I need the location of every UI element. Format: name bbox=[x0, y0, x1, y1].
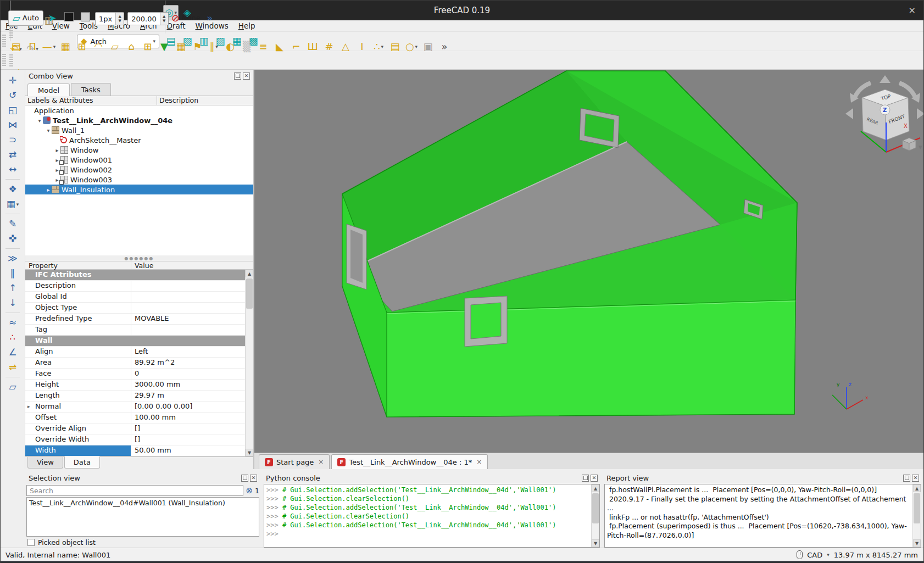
tree-item-window[interactable]: ▸Window bbox=[25, 145, 253, 155]
draft-split-button[interactable]: ∥ bbox=[5, 266, 20, 281]
python-console[interactable]: >>> # Gui.Selection.addSelection('Test__… bbox=[264, 484, 600, 548]
arch-pipe-button[interactable]: ○▾ bbox=[404, 39, 419, 54]
property-value[interactable]: 100.00 mm bbox=[131, 413, 245, 423]
property-row-description[interactable]: Description bbox=[25, 281, 245, 292]
working-plane-auto-button[interactable]: ▱Auto bbox=[8, 10, 43, 26]
arch-add-component-button[interactable]: ▼ bbox=[157, 39, 172, 54]
property-row-width[interactable]: Width50.00 mm bbox=[25, 445, 245, 456]
clear-search-icon[interactable]: ⊗ bbox=[246, 486, 253, 495]
property-value[interactable]: 89.92 m^2 bbox=[131, 358, 245, 368]
panel-float-icon[interactable] bbox=[582, 475, 589, 482]
arch-axis-system-button[interactable]: ◐ bbox=[222, 39, 238, 54]
draft-trimex-button[interactable]: ⇄ bbox=[5, 147, 20, 162]
window-front-wall[interactable] bbox=[465, 296, 507, 347]
tree-item-wall-1[interactable]: ▾Wall_1 bbox=[25, 125, 253, 135]
property-value[interactable]: [] bbox=[131, 423, 245, 434]
arch-axis-button[interactable]: ∥▾ bbox=[206, 39, 221, 54]
tree-item-wall-insulation[interactable]: ▸Wall_Insulation bbox=[25, 185, 253, 194]
arch-curtain-wall-button[interactable]: ▦ bbox=[58, 39, 73, 54]
arch-structure-button[interactable]: Π bbox=[25, 39, 40, 54]
property-row-length[interactable]: Length29.97 m bbox=[25, 391, 245, 402]
arch-window-button[interactable]: ⊞ bbox=[74, 39, 90, 54]
document-tab-1[interactable]: FTest__Link__ArchWindow__04e : 1*× bbox=[331, 454, 488, 469]
draft-join-button[interactable]: ≫ bbox=[5, 251, 20, 266]
report-view[interactable]: fp.hostWallPl.Placement is ... Placement… bbox=[604, 484, 921, 548]
window-left-wall[interactable] bbox=[347, 224, 366, 289]
panel-float-icon[interactable] bbox=[903, 475, 910, 482]
scrollbar-thumb[interactable] bbox=[592, 493, 599, 523]
property-value[interactable] bbox=[131, 281, 245, 291]
property-row-override-width[interactable]: Override Width[] bbox=[25, 434, 245, 445]
draft-clone-button[interactable]: ❖ bbox=[5, 182, 20, 197]
arch-rebar-button[interactable]: —▾ bbox=[41, 39, 57, 54]
tab-data-properties[interactable]: Data bbox=[64, 456, 100, 469]
tree-item-window003[interactable]: ▸Window003 bbox=[25, 175, 253, 185]
arch-window-tools-button[interactable]: ⊞ bbox=[140, 39, 155, 54]
property-row-object-type[interactable]: Object Type bbox=[25, 303, 245, 314]
tree-item-application[interactable]: Application bbox=[25, 105, 253, 115]
property-row-global-id[interactable]: Global Id bbox=[25, 292, 245, 303]
property-value[interactable]: 29.97 m bbox=[131, 391, 245, 401]
property-value[interactable]: 50.00 mm bbox=[131, 445, 245, 456]
tree-expander-icon[interactable]: ▾ bbox=[45, 127, 52, 133]
scroll-up-icon[interactable]: ▲ bbox=[592, 484, 599, 492]
property-row-override-align[interactable]: Override Align[] bbox=[25, 423, 245, 434]
arch-material-button[interactable]: ∴▾ bbox=[371, 39, 386, 54]
toolbar-drag-handle[interactable] bbox=[2, 35, 6, 48]
property-row-align[interactable]: AlignLeft bbox=[25, 347, 245, 358]
arch-roof-button[interactable]: ◣ bbox=[272, 39, 287, 54]
scroll-up-icon[interactable]: ▲ bbox=[246, 270, 253, 277]
property-value[interactable]: [] bbox=[131, 434, 245, 445]
tab-tasks[interactable]: Tasks bbox=[71, 83, 111, 96]
property-value[interactable]: [0.00 0.00 0.00] bbox=[131, 402, 245, 412]
draft-offset-button[interactable]: ⊃ bbox=[5, 132, 20, 147]
property-row-area[interactable]: Area89.92 m^2 bbox=[25, 358, 245, 369]
tree-expander-icon[interactable]: ▸ bbox=[45, 187, 52, 193]
property-value[interactable]: 3000.00 mm bbox=[131, 380, 245, 390]
picked-object-list-checkbox[interactable] bbox=[27, 539, 35, 546]
property-row-wall[interactable]: Wall bbox=[25, 336, 245, 347]
tab-view-properties[interactable]: View bbox=[27, 457, 63, 469]
face-color-button[interactable] bbox=[77, 9, 93, 24]
draft-downgrade-button[interactable]: ↓ bbox=[5, 296, 20, 310]
chevron-down-icon[interactable]: ▾ bbox=[827, 552, 830, 558]
property-value[interactable] bbox=[131, 303, 245, 313]
arch-truss-button[interactable]: △ bbox=[338, 39, 353, 54]
arch-tag-button[interactable]: ⚑ bbox=[190, 39, 205, 54]
property-row-offset[interactable]: Offset100.00 mm bbox=[25, 413, 245, 423]
draft-edit-button[interactable]: ✎ bbox=[5, 216, 20, 231]
draft-rotate-button[interactable]: ↺ bbox=[5, 88, 20, 103]
selection-list-item[interactable]: Test__Link__ArchWindow__04d#Wall001 (Wal… bbox=[27, 498, 259, 508]
property-row-face[interactable]: Face0 bbox=[25, 369, 245, 380]
3d-viewport-canvas[interactable]: y z x TOP FRONT REAR Z bbox=[254, 70, 924, 453]
front-wall-outer-face[interactable] bbox=[387, 300, 795, 417]
panel-float-icon[interactable] bbox=[234, 73, 241, 80]
tree-header-labels[interactable]: Labels & Attributes bbox=[25, 96, 157, 105]
python-console-scrollbar[interactable]: ▲ ▼ bbox=[591, 484, 599, 547]
tab-model[interactable]: Model bbox=[27, 83, 70, 96]
panel-float-icon[interactable] bbox=[241, 475, 248, 482]
arch-frame-button[interactable]: ⌐ bbox=[288, 39, 304, 54]
apply-style-button[interactable]: » bbox=[202, 10, 218, 26]
panel-splitter[interactable]: ●●●●●● bbox=[25, 255, 253, 261]
navigation-style-selector[interactable]: CAD bbox=[807, 551, 822, 559]
arch-building-part-button[interactable]: ◠ bbox=[91, 39, 106, 54]
tree-item-window002[interactable]: ▸Window002 bbox=[25, 165, 253, 175]
draft-heads-up-arrow-button[interactable]: ➤ bbox=[44, 10, 60, 26]
arch-stairs-button[interactable]: ≡ bbox=[255, 39, 271, 54]
spinner-arrows-icon[interactable]: ▲▼ bbox=[115, 13, 124, 25]
property-header-property[interactable]: Property bbox=[25, 261, 131, 269]
tab-close-icon[interactable]: × bbox=[318, 458, 324, 466]
property-row-ifc-attributes[interactable]: IFC Attributes bbox=[25, 270, 245, 281]
arch-profile-button[interactable]: I bbox=[354, 39, 370, 54]
toolbar-drag-handle[interactable] bbox=[9, 54, 13, 68]
tree-item-test-link-archwindow-04e[interactable]: ▾Test__Link__ArchWindow__04e bbox=[25, 115, 253, 125]
panel-close-icon[interactable]: ✕ bbox=[591, 475, 598, 482]
property-row-normal[interactable]: Normal▸[0.00 0.00 0.00] bbox=[25, 402, 245, 413]
tree-item-archsketch-master[interactable]: ArchSketch__Master bbox=[25, 135, 253, 145]
draft-move-button[interactable]: ✛ bbox=[5, 73, 20, 88]
line-color-button[interactable] bbox=[61, 9, 76, 24]
arch-building-button[interactable]: ⌂ bbox=[124, 39, 139, 54]
tree-item-window001[interactable]: ▸Window001 bbox=[25, 155, 253, 165]
arch-column-button[interactable]: Ш bbox=[305, 39, 320, 54]
